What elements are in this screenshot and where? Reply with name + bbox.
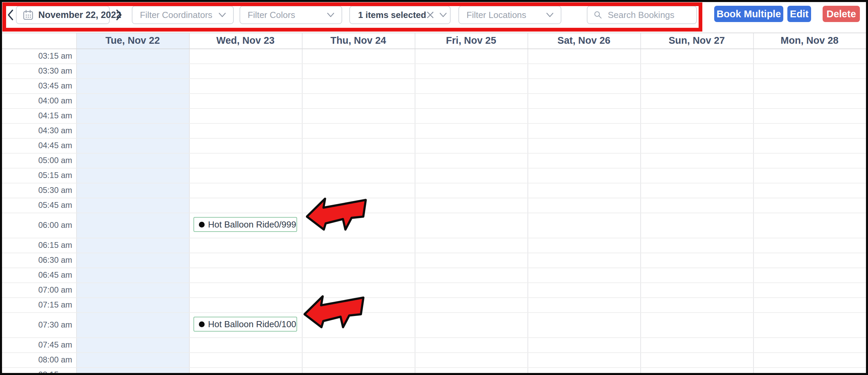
items-selected-dropdown[interactable]: 1 items selected — [349, 6, 451, 24]
time-label-06-30-am: 06:30 am — [2, 253, 72, 268]
time-label-03-15-am: 03:15 am — [2, 48, 72, 63]
book-multiple-button[interactable]: Book Multiple — [714, 6, 783, 22]
time-label-07-30-am: 07:30 am — [2, 312, 72, 337]
calendar-icon — [23, 9, 34, 20]
day-header-5: Sat, Nov 26 — [528, 33, 640, 48]
day-header-2: Wed, Nov 23 — [189, 33, 302, 48]
time-label-05-30-am: 05:30 am — [2, 183, 72, 198]
day-column-3[interactable] — [302, 33, 415, 373]
delete-button[interactable]: Delete — [823, 6, 860, 22]
row-line — [2, 213, 866, 213]
next-day-button[interactable] — [114, 8, 124, 22]
event-booking-2[interactable]: Hot Balloon Ride0/100 — [193, 317, 297, 332]
chevron-down-icon — [218, 12, 226, 18]
clear-selection-icon[interactable] — [426, 11, 434, 19]
day-header-4: Fri, Nov 25 — [415, 33, 528, 48]
time-label-05-00-am: 05:00 am — [2, 153, 72, 168]
row-line — [2, 108, 866, 109]
row-line — [2, 367, 866, 368]
items-selected-value: 1 items selected — [358, 10, 426, 20]
event-color-dot — [199, 321, 205, 327]
row-line — [2, 153, 866, 154]
chevron-down-icon — [546, 12, 554, 18]
event-title: Hot Balloon Ride — [208, 219, 274, 230]
day-header-1: Tue, Nov 22 — [76, 33, 189, 48]
row-line — [2, 268, 866, 268]
day-column-7[interactable] — [753, 33, 866, 373]
time-label-05-15-am: 05:15 am — [2, 168, 72, 183]
booking-calendar-app: November 22, 2022 Filter Coordinators Fi… — [0, 0, 868, 375]
day-column-6[interactable] — [640, 33, 753, 373]
day-header-6: Sun, Nov 27 — [640, 33, 753, 48]
event-booking-1[interactable]: Hot Balloon Ride0/999 — [193, 217, 297, 232]
time-label-03-45-am: 03:45 am — [2, 78, 72, 93]
date-picker-value: November 22, 2022 — [38, 10, 121, 20]
time-label-06-45-am: 06:45 am — [2, 268, 72, 282]
toolbar: November 22, 2022 Filter Coordinators Fi… — [2, 2, 866, 31]
row-line — [2, 297, 866, 298]
event-title: Hot Balloon Ride — [208, 319, 274, 330]
previous-day-button[interactable] — [5, 8, 16, 22]
edit-button[interactable]: Edit — [787, 6, 811, 22]
day-header-7: Mon, Nov 28 — [753, 33, 866, 48]
row-line — [2, 312, 866, 313]
time-label-04-00-am: 04:00 am — [2, 93, 72, 108]
event-capacity: 0/100 — [274, 319, 296, 330]
time-label-08-15-am: 08:15 am — [2, 367, 72, 375]
time-label-06-15-am: 06:15 am — [2, 238, 72, 253]
row-line — [2, 63, 866, 64]
day-column-1[interactable] — [76, 33, 189, 373]
row-line — [2, 282, 866, 283]
row-line — [2, 138, 866, 139]
chevron-right-icon — [116, 9, 122, 21]
search-bookings-box[interactable] — [587, 6, 697, 24]
filter-colors-dropdown[interactable]: Filter Colors — [240, 6, 342, 24]
row-line — [2, 238, 866, 238]
time-label-04-15-am: 04:15 am — [2, 108, 72, 123]
time-label-04-45-am: 04:45 am — [2, 138, 72, 153]
chevron-left-icon — [7, 9, 14, 21]
time-label-06-00-am: 06:00 am — [2, 213, 72, 238]
filter-coordinators-dropdown[interactable]: Filter Coordinators — [132, 6, 234, 24]
row-line — [2, 198, 866, 198]
row-line — [2, 337, 866, 338]
filter-locations-dropdown[interactable]: Filter Locations — [458, 6, 561, 24]
day-header-3: Thu, Nov 24 — [302, 33, 415, 48]
search-icon — [594, 10, 602, 20]
row-line — [2, 48, 866, 49]
time-label-07-00-am: 07:00 am — [2, 282, 72, 297]
search-bookings-input[interactable] — [607, 9, 696, 21]
chevron-down-icon — [439, 12, 447, 18]
day-column-5[interactable] — [528, 33, 640, 373]
time-label-08-00-am: 08:00 am — [2, 352, 72, 367]
time-label-04-30-am: 04:30 am — [2, 123, 72, 138]
time-label-03-30-am: 03:30 am — [2, 63, 72, 78]
time-label-05-45-am: 05:45 am — [2, 198, 72, 213]
time-label-07-45-am: 07:45 am — [2, 337, 72, 352]
row-line — [2, 78, 866, 79]
row-line — [2, 123, 866, 124]
event-capacity: 0/999 — [274, 219, 296, 230]
chevron-down-icon — [327, 12, 335, 18]
row-line — [2, 183, 866, 183]
row-line — [2, 253, 866, 253]
filter-coordinators-placeholder: Filter Coordinators — [140, 10, 212, 20]
filter-colors-placeholder: Filter Colors — [248, 10, 295, 20]
time-label-07-15-am: 07:15 am — [2, 297, 72, 312]
row-line — [2, 93, 866, 94]
date-picker[interactable]: November 22, 2022 — [16, 6, 110, 24]
event-color-dot — [199, 222, 205, 228]
day-column-4[interactable] — [415, 33, 528, 373]
filter-locations-placeholder: Filter Locations — [467, 10, 526, 20]
row-line — [2, 168, 866, 169]
row-line — [2, 352, 866, 353]
